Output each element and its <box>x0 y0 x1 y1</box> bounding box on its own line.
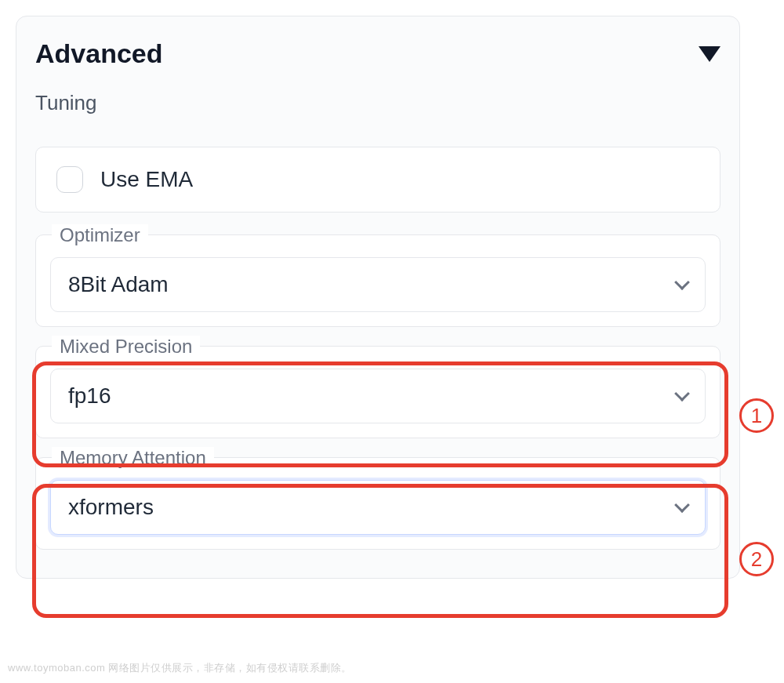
memory-attention-select[interactable]: xformers <box>50 480 706 535</box>
optimizer-select[interactable]: 8Bit Adam <box>50 257 706 312</box>
collapse-icon[interactable] <box>699 46 720 62</box>
panel-title: Advanced <box>35 38 163 69</box>
annotation-marker-2: 2 <box>739 542 774 576</box>
mixed-precision-label: Mixed Precision <box>52 336 200 358</box>
annotation-marker-1: 1 <box>739 398 774 433</box>
tuning-section-label: Tuning <box>35 91 720 115</box>
panel-header[interactable]: Advanced <box>35 38 720 69</box>
advanced-panel: Advanced Tuning Use EMA Optimizer 8Bit A… <box>16 16 740 579</box>
chevron-down-icon <box>674 497 690 513</box>
mixed-precision-select[interactable]: fp16 <box>50 369 706 423</box>
mixed-precision-value: fp16 <box>68 383 111 409</box>
watermark-text: www.toymoban.com 网络图片仅供展示，非存储，如有侵权请联系删除。 <box>8 661 352 675</box>
chevron-down-icon <box>674 386 690 401</box>
optimizer-label: Optimizer <box>52 224 148 246</box>
use-ema-label: Use EMA <box>100 167 193 192</box>
mixed-precision-fieldset: Mixed Precision fp16 <box>35 346 720 438</box>
chevron-down-icon <box>674 274 690 290</box>
optimizer-value: 8Bit Adam <box>68 272 169 297</box>
memory-attention-value: xformers <box>68 495 154 520</box>
use-ema-row[interactable]: Use EMA <box>35 147 720 213</box>
optimizer-fieldset: Optimizer 8Bit Adam <box>35 234 720 327</box>
use-ema-checkbox[interactable] <box>56 166 83 193</box>
memory-attention-label: Memory Attention <box>52 447 214 469</box>
memory-attention-fieldset: Memory Attention xformers <box>35 457 720 550</box>
